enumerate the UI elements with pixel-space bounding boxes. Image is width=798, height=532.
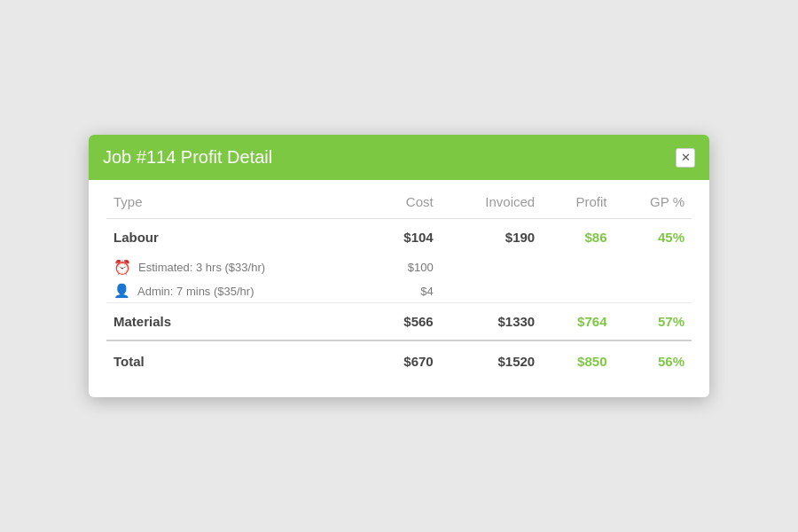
dialog-header: Job #114 Profit Detail ✕: [89, 135, 709, 180]
cell-gp: 45%: [614, 219, 692, 256]
cell-invoiced: $1330: [441, 303, 543, 341]
cell-sub-profit: [542, 255, 614, 279]
col-gp: GP %: [614, 180, 692, 219]
col-invoiced: Invoiced: [441, 180, 543, 219]
profit-detail-dialog: Job #114 Profit Detail ✕ Type Cost Invoi…: [89, 135, 709, 397]
table-row-total: Total $670 $1520 $850 56%: [106, 340, 692, 379]
cell-sub-invoiced: [441, 255, 543, 279]
cell-sub-invoiced: [441, 279, 543, 303]
col-profit: Profit: [542, 180, 614, 219]
close-button[interactable]: ✕: [676, 148, 695, 168]
cell-profit: $850: [542, 340, 614, 379]
cell-profit: $86: [542, 219, 614, 256]
cell-type: Total: [106, 340, 371, 379]
cell-invoiced: $190: [441, 219, 543, 256]
table-row: Materials $566 $1330 $764 57%: [106, 303, 692, 341]
table-row: 👤 Admin: 7 mins ($35/hr) $4: [106, 279, 692, 303]
cell-sub-label: ⏰ Estimated: 3 hrs ($33/hr): [106, 255, 371, 279]
cell-type: Labour: [106, 219, 371, 256]
cell-gp: 57%: [614, 303, 692, 341]
dialog-title: Job #114 Profit Detail: [103, 147, 272, 168]
cell-sub-cost: $4: [371, 279, 441, 303]
sub-label-text: Estimated: 3 hrs ($33/hr): [138, 261, 265, 274]
cell-cost: $104: [371, 219, 441, 256]
cell-gp: 56%: [614, 340, 692, 379]
table-row: Labour $104 $190 $86 45%: [106, 219, 692, 256]
cell-invoiced: $1520: [441, 340, 543, 379]
col-cost: Cost: [371, 180, 441, 219]
cell-profit: $764: [542, 303, 614, 341]
cell-cost: $670: [371, 340, 441, 379]
cell-sub-label: 👤 Admin: 7 mins ($35/hr): [106, 279, 371, 303]
table-header-row: Type Cost Invoiced Profit GP %: [106, 180, 692, 219]
sub-label-text: Admin: 7 mins ($35/hr): [137, 285, 254, 298]
cell-sub-gp: [614, 255, 692, 279]
dialog-body: Type Cost Invoiced Profit GP % Labour $1…: [89, 180, 709, 397]
cell-sub-profit: [542, 279, 614, 303]
cell-type: Materials: [106, 303, 371, 341]
person-icon: 👤: [113, 283, 130, 299]
cell-cost: $566: [371, 303, 441, 341]
profit-table: Type Cost Invoiced Profit GP % Labour $1…: [106, 180, 692, 379]
cell-sub-cost: $100: [371, 255, 441, 279]
col-type: Type: [106, 180, 371, 219]
clock-icon: ⏰: [113, 259, 131, 276]
cell-sub-gp: [614, 279, 692, 303]
table-row: ⏰ Estimated: 3 hrs ($33/hr) $100: [106, 255, 692, 279]
